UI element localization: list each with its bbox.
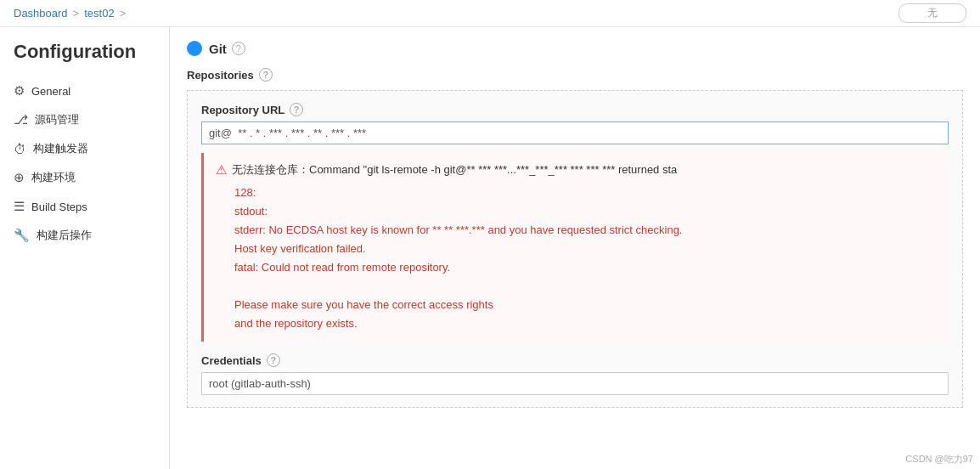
breadcrumb-test02[interactable]: test02: [84, 7, 114, 20]
error-detail: 128: stdout: stderr: No ECDSA host key i…: [216, 184, 937, 334]
error-line-5: fatal: Could not read from remote reposi…: [234, 258, 937, 277]
watermark: CSDN @吃力97: [905, 453, 973, 466]
error-line-7: Please make sure you have the correct ac…: [234, 296, 937, 314]
error-line-1: 128:: [234, 184, 937, 202]
search-box[interactable]: 无: [898, 3, 966, 23]
breadcrumb-dashboard[interactable]: Dashboard: [14, 7, 68, 20]
error-line-2: stdout:: [234, 202, 937, 221]
sidebar-item-triggers[interactable]: ⏱ 构建触发器: [0, 134, 169, 163]
git-help-icon[interactable]: ?: [232, 42, 245, 55]
sidebar-item-post-build[interactable]: 🔧 构建后操作: [0, 221, 169, 250]
error-box: ⚠ 无法连接仓库：Command "git ls-remote -h git@*…: [201, 153, 949, 342]
error-line-3: stderr: No ECDSA host key is known for *…: [234, 221, 937, 240]
sidebar-item-label-triggers: 构建触发器: [33, 141, 88, 156]
error-main-text: 无法连接仓库：Command "git ls-remote -h git@** …: [232, 161, 677, 178]
sidebar-item-build-steps[interactable]: ☰ Build Steps: [0, 192, 169, 221]
git-section-title: Git: [209, 42, 227, 56]
sidebar-item-label-source: 源码管理: [35, 112, 79, 127]
gear-icon: ⚙: [14, 83, 25, 99]
sidebar-item-label-env: 构建环境: [31, 170, 76, 185]
credentials-section: Credentials ?: [201, 353, 949, 395]
globe-icon: ⊕: [14, 170, 25, 185]
wrench-icon: 🔧: [14, 228, 30, 243]
sidebar-title: Configuration: [0, 41, 169, 76]
search-placeholder: 无: [927, 6, 938, 20]
sidebar-item-label-general: General: [31, 85, 70, 98]
source-icon: ⎇: [14, 112, 28, 127]
credentials-label: Credentials: [201, 354, 262, 367]
repositories-text: Repositories: [187, 69, 254, 82]
error-header: ⚠ 无法连接仓库：Command "git ls-remote -h git@*…: [216, 161, 937, 178]
error-circle-icon: ⚠: [216, 162, 227, 178]
error-line-8: and the repository exists.: [234, 314, 937, 333]
git-dot-icon: [187, 41, 202, 56]
sidebar-item-label-build-steps: Build Steps: [31, 201, 87, 213]
clock-icon: ⏱: [14, 142, 26, 156]
credentials-input[interactable]: [201, 372, 949, 395]
sidebar: Configuration ⚙ General ⎇ 源码管理 ⏱ 构建触发器 ⊕…: [0, 27, 170, 469]
credentials-help-icon[interactable]: ?: [267, 353, 280, 367]
sidebar-item-label-post-build: 构建后操作: [37, 228, 92, 243]
list-icon: ☰: [14, 199, 25, 214]
git-section-header: Git ?: [187, 41, 963, 56]
breadcrumb-sep-1: >: [73, 7, 80, 20]
content-area: Git ? Repositories ? Repository URL ? ⚠ …: [170, 27, 980, 469]
credentials-label-row: Credentials ?: [201, 353, 949, 367]
breadcrumb-sep-2: >: [120, 7, 127, 20]
sidebar-item-source[interactable]: ⎇ 源码管理: [0, 105, 169, 134]
main-layout: Configuration ⚙ General ⎇ 源码管理 ⏱ 构建触发器 ⊕…: [0, 27, 980, 469]
repo-url-label-row: Repository URL ?: [201, 103, 949, 116]
repositories-help-icon[interactable]: ?: [259, 68, 273, 82]
repo-url-label: Repository URL: [201, 104, 284, 116]
repo-url-help-icon[interactable]: ?: [290, 103, 303, 116]
error-line-4: Host key verification failed.: [234, 240, 937, 258]
repo-box: Repository URL ? ⚠ 无法连接仓库：Command "git l…: [187, 90, 963, 408]
sidebar-item-env[interactable]: ⊕ 构建环境: [0, 163, 169, 192]
repo-url-input[interactable]: [201, 121, 949, 144]
top-bar: Dashboard > test02 > 无: [0, 0, 980, 27]
sidebar-item-general[interactable]: ⚙ General: [0, 76, 169, 105]
repositories-label: Repositories ?: [187, 68, 963, 82]
